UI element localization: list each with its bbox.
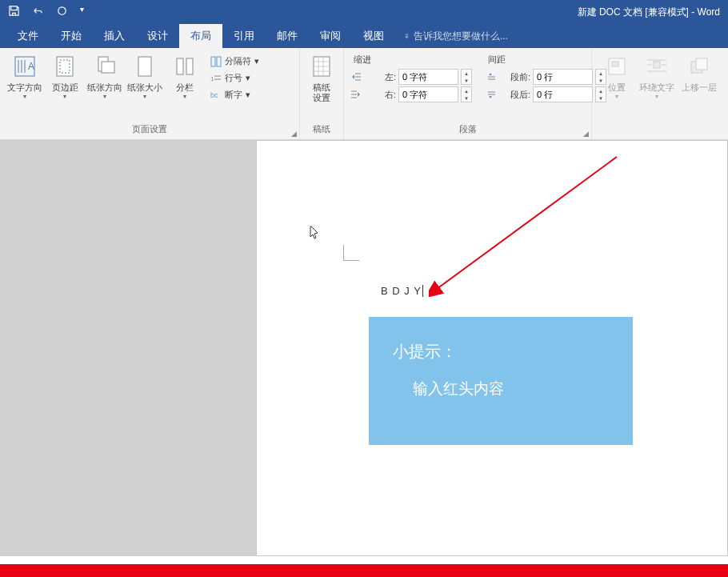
- indent-header-label: 缩进: [350, 52, 472, 67]
- watermark: Baidu 经验 jingyan.baidu.com: [611, 515, 700, 549]
- breaks-button[interactable]: 分隔符 ▾: [207, 54, 262, 69]
- manuscript-group-label: 稿纸: [305, 121, 338, 138]
- bring-forward-label: 上移一层: [682, 82, 717, 93]
- position-button[interactable]: 位置 ▾: [597, 50, 637, 138]
- line-numbers-button[interactable]: 1 行号 ▾: [207, 70, 262, 86]
- columns-label: 分栏: [176, 82, 194, 93]
- tab-review[interactable]: 审阅: [309, 24, 352, 48]
- position-label: 位置: [608, 82, 626, 93]
- paragraph-group-label: 段落: [349, 121, 586, 138]
- line-numbers-icon: 1: [210, 73, 222, 84]
- tab-home[interactable]: 开始: [50, 24, 93, 48]
- document-text[interactable]: B D J Y: [381, 285, 423, 297]
- indent-left-label: 左:: [364, 71, 396, 83]
- indent-right-icon: [350, 89, 362, 100]
- group-manuscript: 稿纸 设置 稿纸: [300, 48, 344, 139]
- spinner-down-icon[interactable]: ▼: [462, 77, 471, 84]
- svg-rect-9: [186, 58, 193, 74]
- dropdown-arrow-icon: ▾: [183, 93, 186, 100]
- manuscript-settings-button[interactable]: 稿纸 设置: [305, 50, 338, 121]
- spacing-before-input[interactable]: [533, 69, 593, 85]
- indent-right-input[interactable]: [398, 86, 458, 102]
- dropdown-arrow-icon: ▾: [103, 93, 106, 100]
- tab-references[interactable]: 引用: [222, 24, 266, 48]
- indent-right-spinner[interactable]: ▲▼: [461, 86, 472, 102]
- text-content: B D J Y: [381, 285, 422, 297]
- tip-annotation-box: 小提示： 输入红头内容: [369, 317, 633, 445]
- dropdown-arrow-icon: ▾: [615, 93, 618, 100]
- orientation-label: 纸张方向: [87, 82, 122, 93]
- save-icon[interactable]: [8, 5, 20, 19]
- wrap-text-button[interactable]: 环绕文字 ▾: [637, 50, 677, 138]
- redo-icon[interactable]: [56, 5, 68, 19]
- tip-content: 输入红头内容: [413, 379, 609, 399]
- svg-text:1: 1: [210, 75, 214, 82]
- tell-me-search[interactable]: ♀ 告诉我您想要做什么...: [403, 30, 508, 43]
- document-area: B D J Y 小提示： 输入红头内容: [0, 140, 728, 556]
- tab-design[interactable]: 设计: [136, 24, 179, 48]
- indent-left-icon: [350, 71, 362, 82]
- svg-rect-6: [102, 62, 114, 73]
- tab-file[interactable]: 文件: [6, 24, 50, 48]
- tab-insert[interactable]: 插入: [93, 24, 136, 48]
- text-cursor: [422, 285, 423, 297]
- bring-forward-button[interactable]: 上移一层: [677, 50, 721, 138]
- spacing-after-label: 段后:: [498, 89, 530, 101]
- group-paragraph: 缩进 左: ▲▼ 右: ▲▼: [344, 48, 592, 139]
- svg-line-41: [437, 157, 617, 289]
- tab-mailings[interactable]: 邮件: [266, 24, 309, 48]
- group-page-setup: A 文字方向 ▾ 页边距 ▾ 纸张方向 ▾ 纸张大小 ▾ 分栏: [0, 48, 300, 139]
- watermark-sub: jingyan.baidu.com: [611, 539, 700, 549]
- paragraph-launcher[interactable]: ◢: [583, 130, 589, 138]
- text-direction-button[interactable]: A 文字方向 ▾: [5, 50, 45, 121]
- document-page[interactable]: B D J Y 小提示： 输入红头内容: [256, 140, 728, 556]
- margins-button[interactable]: 页边距 ▾: [45, 50, 85, 121]
- tab-view[interactable]: 视图: [352, 24, 395, 48]
- hyphenation-icon: bc: [210, 90, 222, 101]
- spacing-before-label: 段前:: [498, 71, 530, 83]
- quick-access-toolbar: ▾: [8, 5, 84, 19]
- size-button[interactable]: 纸张大小 ▾: [125, 50, 165, 121]
- customize-qat-icon[interactable]: ▾: [80, 5, 84, 19]
- hyphenation-label: 断字: [225, 89, 242, 101]
- bottom-red-bar: [0, 564, 728, 577]
- indent-right-label: 右:: [364, 89, 396, 101]
- indent-left-spinner[interactable]: ▲▼: [461, 69, 472, 85]
- spacing-header-label: 间距: [485, 52, 606, 67]
- spinner-up-icon[interactable]: ▲: [462, 70, 471, 77]
- manuscript-label: 稿纸 设置: [313, 82, 330, 103]
- spinner-down-icon[interactable]: ▼: [462, 94, 471, 102]
- undo-icon[interactable]: [32, 5, 44, 19]
- svg-rect-10: [211, 57, 215, 66]
- document-margin-area: [0, 140, 256, 556]
- cursor-pointer-icon: [309, 225, 322, 244]
- dropdown-arrow-icon: ▾: [63, 93, 66, 100]
- dropdown-arrow-icon: ▾: [23, 93, 26, 100]
- spacing-before-icon: [485, 71, 496, 82]
- spacing-after-icon: [485, 89, 496, 100]
- orientation-button[interactable]: 纸张方向 ▾: [85, 50, 125, 121]
- page-setup-launcher[interactable]: ◢: [291, 130, 297, 138]
- size-label: 纸张大小: [127, 82, 162, 93]
- hyphenation-button[interactable]: bc 断字 ▾: [207, 87, 262, 102]
- svg-rect-11: [217, 57, 221, 66]
- svg-rect-8: [177, 58, 183, 74]
- margins-label: 页边距: [52, 82, 78, 93]
- indent-left-input[interactable]: [398, 69, 458, 85]
- text-direction-label: 文字方向: [7, 82, 42, 93]
- tab-layout[interactable]: 布局: [179, 24, 222, 48]
- tip-title: 小提示：: [393, 341, 609, 363]
- svg-rect-40: [696, 58, 707, 70]
- svg-text:bc: bc: [210, 91, 218, 99]
- spacing-after-input[interactable]: [533, 86, 593, 102]
- annotation-arrow: [429, 153, 621, 297]
- watermark-main: Baidu 经验: [611, 515, 700, 539]
- columns-button[interactable]: 分栏 ▾: [165, 50, 205, 121]
- dropdown-arrow-icon: ▾: [143, 93, 146, 100]
- spinner-up-icon[interactable]: ▲: [462, 87, 471, 94]
- page-setup-group-label: 页面设置: [5, 121, 294, 138]
- group-arrange: 位置 ▾ 环绕文字 ▾ 上移一层: [592, 48, 728, 139]
- tell-me-placeholder: 告诉我您想要做什么...: [414, 30, 508, 43]
- breaks-label: 分隔符: [225, 55, 251, 67]
- title-bar: ▾ 新建 DOC 文档 [兼容模式] - Word: [0, 0, 728, 24]
